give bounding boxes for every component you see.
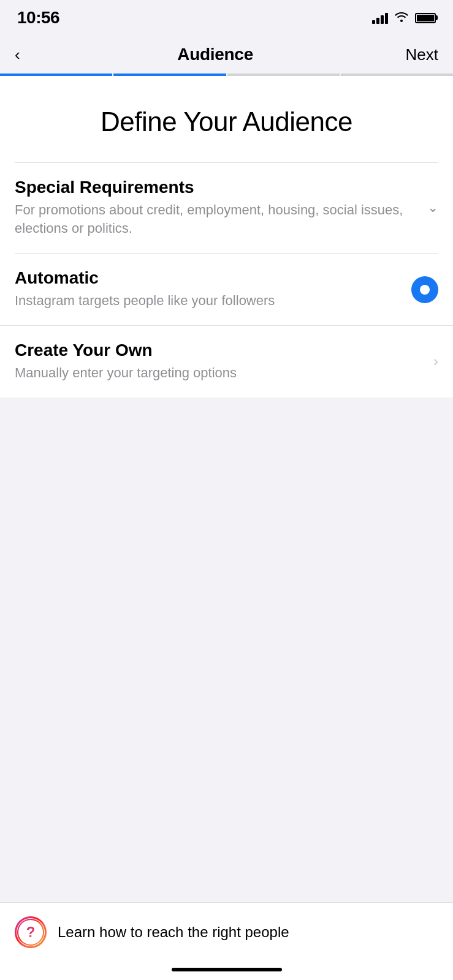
home-indicator	[172, 968, 282, 971]
question-mark-icon: ?	[26, 924, 36, 941]
page-title: Audience	[177, 45, 253, 64]
special-requirements-subtitle: For promotions about credit, employment,…	[15, 201, 420, 239]
signal-icon	[372, 12, 388, 24]
special-requirements-item[interactable]: Special Requirements For promotions abou…	[0, 163, 453, 254]
create-your-own-content: Create Your Own Manually enter your targ…	[15, 341, 426, 383]
progress-segment-4	[341, 74, 453, 76]
radio-inner	[420, 285, 430, 295]
progress-segment-3	[227, 74, 340, 76]
automatic-radio-selected[interactable]	[411, 276, 438, 303]
footer-link-text: Learn how to reach the right people	[58, 924, 289, 941]
footer: ? Learn how to reach the right people	[0, 902, 453, 980]
automatic-title: Automatic	[15, 268, 411, 288]
battery-icon	[415, 13, 436, 23]
special-requirements-title: Special Requirements	[15, 178, 420, 197]
chevron-down-icon: ⌄	[427, 200, 438, 216]
main-content: Define Your Audience Special Requirement…	[0, 76, 453, 398]
define-audience-title: Define Your Audience	[0, 76, 453, 162]
automatic-item[interactable]: Automatic Instagram targets people like …	[0, 254, 453, 325]
status-bar: 10:56	[0, 0, 453, 33]
status-icons	[372, 11, 436, 25]
status-time: 10:56	[17, 8, 59, 28]
help-icon: ?	[15, 916, 47, 948]
chevron-right-icon: ›	[433, 353, 438, 370]
progress-segment-1	[0, 74, 112, 76]
create-your-own-item[interactable]: Create Your Own Manually enter your targ…	[0, 326, 453, 398]
next-button[interactable]: Next	[406, 45, 438, 64]
progress-segment-2	[113, 74, 226, 76]
create-your-own-title: Create Your Own	[15, 341, 426, 360]
special-requirements-content: Special Requirements For promotions abou…	[15, 178, 420, 239]
help-link[interactable]: ? Learn how to reach the right people	[0, 903, 453, 962]
automatic-content: Automatic Instagram targets people like …	[15, 268, 411, 311]
create-your-own-subtitle: Manually enter your targeting options	[15, 364, 426, 383]
wifi-icon	[394, 11, 409, 25]
automatic-subtitle: Instagram targets people like your follo…	[15, 292, 411, 311]
nav-header: ‹ Audience Next	[0, 33, 453, 70]
back-button[interactable]: ‹	[10, 40, 25, 69]
